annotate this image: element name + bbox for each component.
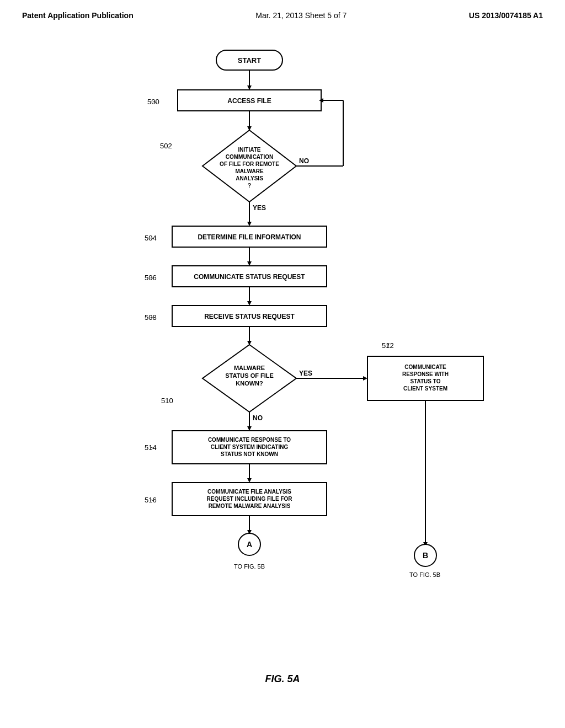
header-right: US 2013/0074185 A1	[469, 11, 543, 20]
svg-text:START: START	[238, 56, 261, 65]
svg-text:RECEIVE STATUS REQUEST: RECEIVE STATUS REQUEST	[204, 313, 295, 320]
svg-text:STATUS NOT KNOWN: STATUS NOT KNOWN	[221, 451, 278, 457]
svg-text:CLIENT SYSTEM: CLIENT SYSTEM	[403, 386, 447, 392]
svg-text:~: ~	[153, 98, 157, 106]
figure-caption: FIG. 5A	[22, 673, 543, 685]
svg-text:/: /	[387, 341, 390, 350]
svg-text:MALWARE: MALWARE	[235, 168, 263, 174]
svg-text:REQUEST INCLUDING FILE  FOR: REQUEST INCLUDING FILE FOR	[207, 496, 293, 502]
svg-text:ACCESS FILE: ACCESS FILE	[227, 97, 271, 105]
svg-marker-69	[247, 478, 252, 483]
svg-text:510: 510	[161, 397, 173, 405]
svg-text:DETERMINE FILE INFORMATION: DETERMINE FILE INFORMATION	[198, 233, 301, 241]
svg-text:~: ~	[150, 274, 154, 282]
svg-marker-3	[247, 85, 252, 90]
header-center: Mar. 21, 2013 Sheet 5 of 7	[255, 11, 347, 20]
svg-text:~: ~	[150, 496, 154, 504]
svg-text:COMMUNICATE RESPONSE TO: COMMUNICATE RESPONSE TO	[208, 437, 291, 443]
patent-number: US 2013/0074185 A1	[469, 11, 543, 20]
publication-label: Patent Application Publication	[22, 11, 134, 20]
svg-marker-61	[247, 426, 252, 431]
svg-text:YES: YES	[253, 204, 266, 212]
svg-text:~: ~	[150, 234, 154, 242]
svg-text:YES: YES	[299, 370, 312, 377]
flowchart-diagram: START 500 ~ ACCESS FILE 502 INITIATE COM…	[34, 39, 531, 657]
page-header: Patent Application Publication Mar. 21, …	[22, 11, 543, 23]
svg-text:502: 502	[160, 142, 172, 150]
svg-text:TO FIG. 5B: TO FIG. 5B	[409, 571, 440, 578]
svg-text:KNOWN?: KNOWN?	[236, 380, 263, 387]
svg-text:RESPONSE WITH: RESPONSE WITH	[402, 371, 449, 377]
svg-text:COMMUNICATION: COMMUNICATION	[226, 154, 273, 160]
svg-marker-25	[247, 222, 252, 226]
svg-text:OF FILE FOR REMOTE: OF FILE FOR REMOTE	[220, 161, 279, 167]
svg-text:ANALYSIS: ANALYSIS	[236, 175, 263, 181]
svg-marker-53	[363, 376, 367, 381]
svg-marker-37	[247, 301, 252, 306]
figure-caption-text: FIG. 5A	[265, 673, 300, 684]
header-left: Patent Application Publication	[22, 11, 134, 20]
svg-text:A: A	[247, 540, 252, 549]
svg-text:STATUS OF FILE: STATUS OF FILE	[225, 372, 274, 379]
svg-text:?: ?	[248, 183, 251, 189]
svg-text:INITIATE: INITIATE	[238, 147, 261, 153]
header-date-sheet: Mar. 21, 2013 Sheet 5 of 7	[255, 11, 347, 20]
svg-marker-31	[247, 261, 252, 266]
svg-text:REMOTE MALWARE ANALYSIS: REMOTE MALWARE ANALYSIS	[209, 503, 291, 509]
svg-text:NO: NO	[253, 414, 263, 422]
svg-text:NO: NO	[299, 157, 309, 165]
svg-text:TO FIG. 5B: TO FIG. 5B	[234, 563, 265, 570]
svg-text:~: ~	[150, 443, 154, 452]
svg-text:STATUS TO: STATUS TO	[411, 378, 441, 384]
svg-text:COMMUNICATE STATUS REQUEST: COMMUNICATE STATUS REQUEST	[194, 273, 305, 281]
svg-text:~: ~	[150, 313, 154, 322]
svg-text:B: B	[423, 551, 428, 560]
svg-text:COMMUNICATE FILE ANALYSIS: COMMUNICATE FILE ANALYSIS	[207, 489, 291, 495]
svg-text:MALWARE: MALWARE	[234, 365, 265, 371]
svg-text:COMMUNICATE: COMMUNICATE	[404, 364, 446, 370]
svg-text:CLIENT SYSTEM INDICATING: CLIENT SYSTEM INDICATING	[211, 444, 289, 450]
page: Patent Application Publication Mar. 21, …	[0, 0, 565, 728]
